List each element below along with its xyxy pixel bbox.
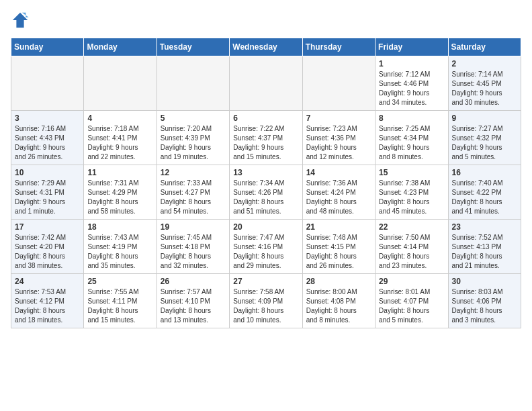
day-number: 28 — [306, 277, 371, 286]
day-info: Sunrise: 7:22 AM Sunset: 4:37 PM Dayligh… — [233, 124, 298, 162]
week-row-4: 17Sunrise: 7:42 AM Sunset: 4:20 PM Dayli… — [11, 220, 521, 274]
day-info: Sunrise: 7:48 AM Sunset: 4:15 PM Dayligh… — [306, 233, 371, 271]
calendar-cell: 30Sunrise: 8:03 AM Sunset: 4:06 PM Dayli… — [448, 274, 521, 328]
calendar-cell: 10Sunrise: 7:29 AM Sunset: 4:31 PM Dayli… — [11, 165, 84, 220]
day-number: 4 — [87, 113, 152, 123]
calendar-cell: 22Sunrise: 7:50 AM Sunset: 4:14 PM Dayli… — [375, 220, 448, 274]
calendar-cell — [84, 56, 157, 111]
calendar-cell: 1Sunrise: 7:12 AM Sunset: 4:46 PM Daylig… — [375, 56, 448, 111]
day-info: Sunrise: 7:12 AM Sunset: 4:46 PM Dayligh… — [379, 70, 444, 107]
calendar-cell: 18Sunrise: 7:43 AM Sunset: 4:19 PM Dayli… — [84, 220, 157, 274]
calendar-cell: 12Sunrise: 7:33 AM Sunset: 4:27 PM Dayli… — [157, 165, 229, 220]
day-number: 5 — [161, 113, 226, 123]
day-info: Sunrise: 7:42 AM Sunset: 4:20 PM Dayligh… — [15, 233, 80, 271]
week-row-3: 10Sunrise: 7:29 AM Sunset: 4:31 PM Dayli… — [11, 165, 521, 220]
calendar-cell — [230, 56, 302, 111]
calendar-cell: 24Sunrise: 7:53 AM Sunset: 4:12 PM Dayli… — [11, 274, 84, 328]
day-number: 12 — [161, 168, 226, 177]
day-number: 6 — [233, 113, 298, 123]
calendar-table: SundayMondayTuesdayWednesdayThursdayFrid… — [11, 38, 521, 328]
day-number: 16 — [452, 168, 517, 177]
calendar-cell: 5Sunrise: 7:20 AM Sunset: 4:39 PM Daylig… — [157, 111, 229, 165]
calendar-cell: 25Sunrise: 7:55 AM Sunset: 4:11 PM Dayli… — [84, 274, 157, 328]
calendar-cell: 11Sunrise: 7:31 AM Sunset: 4:29 PM Dayli… — [84, 165, 157, 220]
day-info: Sunrise: 7:16 AM Sunset: 4:43 PM Dayligh… — [15, 124, 80, 162]
header-friday: Friday — [375, 38, 448, 56]
day-info: Sunrise: 7:27 AM Sunset: 4:32 PM Dayligh… — [452, 124, 517, 162]
day-info: Sunrise: 7:40 AM Sunset: 4:22 PM Dayligh… — [452, 179, 517, 216]
calendar-cell: 13Sunrise: 7:34 AM Sunset: 4:26 PM Dayli… — [230, 165, 302, 220]
calendar-cell: 14Sunrise: 7:36 AM Sunset: 4:24 PM Dayli… — [302, 165, 375, 220]
week-row-1: 1Sunrise: 7:12 AM Sunset: 4:46 PM Daylig… — [11, 56, 521, 111]
day-number: 29 — [379, 277, 444, 286]
day-number: 25 — [87, 277, 152, 286]
calendar-cell: 27Sunrise: 7:58 AM Sunset: 4:09 PM Dayli… — [230, 274, 302, 328]
day-info: Sunrise: 7:43 AM Sunset: 4:19 PM Dayligh… — [87, 233, 152, 271]
day-number: 18 — [87, 222, 152, 232]
day-number: 3 — [15, 113, 80, 123]
day-info: Sunrise: 8:00 AM Sunset: 4:08 PM Dayligh… — [306, 287, 371, 325]
header-wednesday: Wednesday — [230, 38, 302, 56]
day-info: Sunrise: 7:53 AM Sunset: 4:12 PM Dayligh… — [15, 287, 80, 325]
day-info: Sunrise: 7:38 AM Sunset: 4:23 PM Dayligh… — [379, 179, 444, 216]
day-info: Sunrise: 7:29 AM Sunset: 4:31 PM Dayligh… — [15, 179, 80, 216]
day-number: 21 — [306, 222, 371, 232]
day-number: 24 — [15, 277, 80, 286]
calendar-cell: 7Sunrise: 7:23 AM Sunset: 4:36 PM Daylig… — [302, 111, 375, 165]
day-number: 26 — [161, 277, 226, 286]
header-thursday: Thursday — [302, 38, 375, 56]
day-number: 7 — [306, 113, 371, 123]
calendar-cell — [11, 56, 84, 111]
day-info: Sunrise: 7:45 AM Sunset: 4:18 PM Dayligh… — [161, 233, 226, 271]
day-info: Sunrise: 7:14 AM Sunset: 4:45 PM Dayligh… — [452, 70, 517, 107]
day-number: 30 — [452, 277, 517, 286]
day-number: 17 — [15, 222, 80, 232]
day-number: 15 — [379, 168, 444, 177]
header-saturday: Saturday — [448, 38, 521, 56]
calendar-cell — [157, 56, 229, 111]
calendar-cell: 23Sunrise: 7:52 AM Sunset: 4:13 PM Dayli… — [448, 220, 521, 274]
day-number: 14 — [306, 168, 371, 177]
week-row-2: 3Sunrise: 7:16 AM Sunset: 4:43 PM Daylig… — [11, 111, 521, 165]
day-info: Sunrise: 7:55 AM Sunset: 4:11 PM Dayligh… — [87, 287, 152, 325]
day-number: 22 — [379, 222, 444, 232]
day-number: 2 — [452, 59, 517, 68]
day-number: 19 — [161, 222, 226, 232]
day-number: 13 — [233, 168, 298, 177]
calendar-cell: 28Sunrise: 8:00 AM Sunset: 4:08 PM Dayli… — [302, 274, 375, 328]
calendar-cell: 2Sunrise: 7:14 AM Sunset: 4:45 PM Daylig… — [448, 56, 521, 111]
logo-icon — [11, 11, 30, 30]
day-info: Sunrise: 7:47 AM Sunset: 4:16 PM Dayligh… — [233, 233, 298, 271]
calendar-cell: 6Sunrise: 7:22 AM Sunset: 4:37 PM Daylig… — [230, 111, 302, 165]
day-number: 9 — [452, 113, 517, 123]
header-tuesday: Tuesday — [157, 38, 229, 56]
day-info: Sunrise: 7:34 AM Sunset: 4:26 PM Dayligh… — [233, 179, 298, 216]
day-number: 20 — [233, 222, 298, 232]
day-number: 27 — [233, 277, 298, 286]
calendar-cell: 17Sunrise: 7:42 AM Sunset: 4:20 PM Dayli… — [11, 220, 84, 274]
day-number: 10 — [15, 168, 80, 177]
calendar-cell: 3Sunrise: 7:16 AM Sunset: 4:43 PM Daylig… — [11, 111, 84, 165]
day-info: Sunrise: 7:50 AM Sunset: 4:14 PM Dayligh… — [379, 233, 444, 271]
calendar-cell: 19Sunrise: 7:45 AM Sunset: 4:18 PM Dayli… — [157, 220, 229, 274]
day-number: 23 — [452, 222, 517, 232]
day-info: Sunrise: 8:03 AM Sunset: 4:06 PM Dayligh… — [452, 287, 517, 325]
calendar-cell: 16Sunrise: 7:40 AM Sunset: 4:22 PM Dayli… — [448, 165, 521, 220]
calendar-cell: 9Sunrise: 7:27 AM Sunset: 4:32 PM Daylig… — [448, 111, 521, 165]
day-info: Sunrise: 7:31 AM Sunset: 4:29 PM Dayligh… — [87, 179, 152, 216]
day-info: Sunrise: 8:01 AM Sunset: 4:07 PM Dayligh… — [379, 287, 444, 325]
calendar-cell: 21Sunrise: 7:48 AM Sunset: 4:15 PM Dayli… — [302, 220, 375, 274]
day-info: Sunrise: 7:23 AM Sunset: 4:36 PM Dayligh… — [306, 124, 371, 162]
calendar-cell: 20Sunrise: 7:47 AM Sunset: 4:16 PM Dayli… — [230, 220, 302, 274]
day-info: Sunrise: 7:25 AM Sunset: 4:34 PM Dayligh… — [379, 124, 444, 162]
calendar-cell: 26Sunrise: 7:57 AM Sunset: 4:10 PM Dayli… — [157, 274, 229, 328]
calendar-header-row: SundayMondayTuesdayWednesdayThursdayFrid… — [11, 38, 521, 56]
header-sunday: Sunday — [11, 38, 84, 56]
day-info: Sunrise: 7:33 AM Sunset: 4:27 PM Dayligh… — [161, 179, 226, 216]
calendar-cell: 4Sunrise: 7:18 AM Sunset: 4:41 PM Daylig… — [84, 111, 157, 165]
day-info: Sunrise: 7:20 AM Sunset: 4:39 PM Dayligh… — [161, 124, 226, 162]
day-info: Sunrise: 7:58 AM Sunset: 4:09 PM Dayligh… — [233, 287, 298, 325]
day-info: Sunrise: 7:36 AM Sunset: 4:24 PM Dayligh… — [306, 179, 371, 216]
day-info: Sunrise: 7:18 AM Sunset: 4:41 PM Dayligh… — [87, 124, 152, 162]
page-header — [11, 11, 521, 30]
